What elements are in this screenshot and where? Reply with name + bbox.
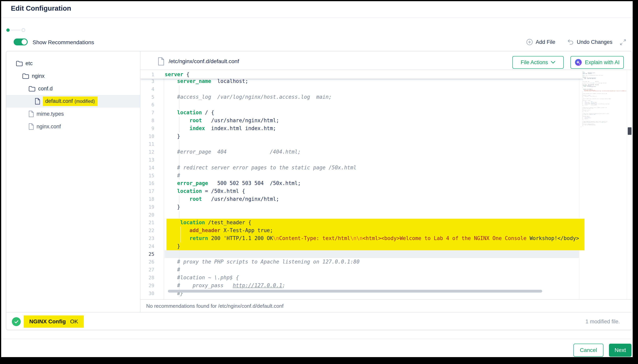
line-content [154, 102, 165, 108]
code-line-4[interactable]: 4 [141, 85, 583, 93]
code-line-14[interactable]: 14 # redirect server error pages to the … [141, 164, 583, 172]
horizontal-scrollbar-thumb[interactable] [168, 290, 542, 292]
code-line-7[interactable]: 7 location / { [141, 109, 583, 117]
line-content: location / { [154, 110, 214, 116]
code-line-26[interactable]: 26 # proxy the PHP scripts to Apache lis… [141, 258, 583, 266]
line-number: 27 [141, 266, 154, 274]
ai-sparkle-icon [574, 59, 582, 66]
stepper-step-1[interactable] [6, 28, 10, 32]
line-number: 30 [141, 290, 154, 298]
code-line-20[interactable]: 20 [141, 211, 583, 219]
circle-plus-icon [526, 39, 533, 46]
tree-item-conf-d[interactable]: conf.d [6, 82, 140, 95]
code-line-27[interactable]: 27 # [141, 266, 583, 274]
indent-guide [179, 140, 179, 148]
code-line-24[interactable]: 24 } [141, 242, 583, 250]
cancel-button[interactable]: Cancel [573, 344, 603, 357]
code-line-8[interactable]: 8 root /usr/share/nginx/html; [141, 117, 583, 124]
tree-item-nginx-conf[interactable]: nginx.conf [6, 120, 140, 133]
stepper-step-2[interactable] [22, 28, 25, 32]
file-path: /etc/nginx/conf.d/default.conf [158, 57, 239, 66]
line-content: #access_log /var/log/nginx/host.access.l… [154, 94, 332, 100]
status-label: NGINX Config [29, 318, 66, 325]
file-tree: etcnginxconf.ddefault.conf(modified)mime… [6, 57, 140, 133]
line-number: 14 [141, 164, 154, 172]
line-number: 12 [141, 148, 154, 156]
line-number: 16 [141, 180, 154, 188]
line-number: 7 [141, 109, 154, 117]
code-line-5[interactable]: 5 #access_log /var/log/nginx/host.access… [141, 93, 583, 101]
line-content: add_header X-Test-App true; [154, 228, 273, 233]
tree-item-suffix: (modified) [75, 99, 95, 104]
code-line-12[interactable]: 12 #error_page 404 /404.html; [141, 148, 583, 156]
code-line-25[interactable]: 25 [141, 250, 583, 258]
code-line-28[interactable]: 28 #location ~ \.php$ { [141, 274, 583, 282]
chevron-down-icon [551, 61, 555, 64]
line-number: 15 [141, 172, 154, 180]
tree-item-default-conf[interactable]: default.conf(modified) [6, 95, 140, 108]
tree-item-nginx[interactable]: nginx [6, 70, 140, 82]
code-line-13[interactable]: 13 [141, 156, 583, 164]
tree-item-label: conf.d [38, 86, 53, 92]
code-line-9[interactable]: 9 index index.html index.htm; [141, 124, 583, 132]
code-lines[interactable]: 3 server_name localhost;45 #access_log /… [141, 78, 583, 297]
line-number: 13 [141, 156, 154, 164]
expand-fullscreen-button[interactable] [620, 39, 626, 46]
code-line-6[interactable]: 6 [141, 101, 583, 109]
tree-item-etc[interactable]: etc [6, 57, 140, 70]
code-line-11[interactable]: 11 [141, 140, 583, 148]
undo-changes-button[interactable]: Undo Changes [567, 39, 612, 46]
code-line-10[interactable]: 10 } [141, 132, 583, 140]
line-content: # proxy the PHP scripts to Apache listen… [154, 259, 359, 265]
code-editor[interactable]: 3 server_name localhost;45 #access_log /… [141, 70, 632, 299]
indent-guide [179, 250, 179, 258]
code-line-29[interactable]: 29 # proxy_pass http://127.0.0.1; [141, 282, 583, 290]
file-actions-button[interactable]: File Actions [512, 56, 564, 69]
tree-item-mime-types[interactable]: mime.types [6, 108, 140, 120]
code-line-21[interactable]: 21 location /test_header { [141, 219, 583, 226]
minimap[interactable]: server { listen 80 default_server; serve… [579, 70, 627, 299]
code-line-18[interactable]: 18 root /usr/share/nginx/html; [141, 195, 583, 203]
code-line-1[interactable]: 1server { [141, 70, 583, 78]
add-file-label: Add File [536, 39, 555, 45]
indent-guide [179, 156, 179, 164]
explain-with-ai-label: Explain with AI [585, 60, 620, 66]
line-number: 22 [141, 227, 154, 235]
code-line-17[interactable]: 17 location = /50x.html { [141, 187, 583, 195]
line-number: 23 [141, 235, 154, 242]
show-recommendations-label: Show Recommendations [33, 39, 94, 46]
explain-with-ai-button[interactable]: Explain with AI [570, 56, 624, 69]
next-button[interactable]: Next [609, 344, 631, 357]
line-number: 26 [141, 258, 154, 266]
tree-item-label: etc [26, 60, 33, 66]
add-file-button[interactable]: Add File [526, 39, 555, 46]
line-number: 10 [141, 133, 154, 140]
show-recommendations-toggle[interactable] [14, 38, 28, 46]
tree-item-label: default.conf(modified) [43, 96, 98, 106]
code-line-22[interactable]: 22 add_header X-Test-App true; [141, 226, 583, 234]
line-content: root /usr/share/nginx/html; [154, 118, 279, 123]
line-number: 11 [141, 140, 154, 148]
vertical-scrollbar-thumb[interactable] [628, 127, 631, 135]
line-number: 28 [141, 274, 154, 282]
code-line-23[interactable]: 23 return 200 'HTTP/1.1 200 OK\nContent-… [141, 234, 583, 242]
line-content: # [154, 172, 180, 178]
file-icon [35, 98, 40, 104]
line-number: 18 [141, 196, 154, 203]
line-content: return 200 'HTTP/1.1 200 OK\nContent-Typ… [154, 235, 579, 241]
code-line-16[interactable]: 16 error_page 500 502 503 504 /50x.html; [141, 180, 583, 187]
code-line-19[interactable]: 19 } [141, 203, 583, 211]
nginx-config-status-badge: NGINX Config OK [24, 316, 84, 328]
line-number: 25 [141, 250, 154, 258]
modified-files-count: 1 modified file. [585, 313, 620, 330]
indent-guide [179, 211, 179, 219]
vertical-scrollbar[interactable] [627, 70, 632, 299]
line-content [154, 212, 165, 218]
indent-guide [179, 101, 179, 109]
line-content [154, 141, 165, 147]
code-line-15[interactable]: 15 # [141, 172, 583, 180]
line-content: } [154, 133, 180, 139]
line-number: 1 [141, 70, 154, 79]
line-content [154, 251, 165, 257]
line-content: #location ~ \.php$ { [154, 274, 239, 280]
